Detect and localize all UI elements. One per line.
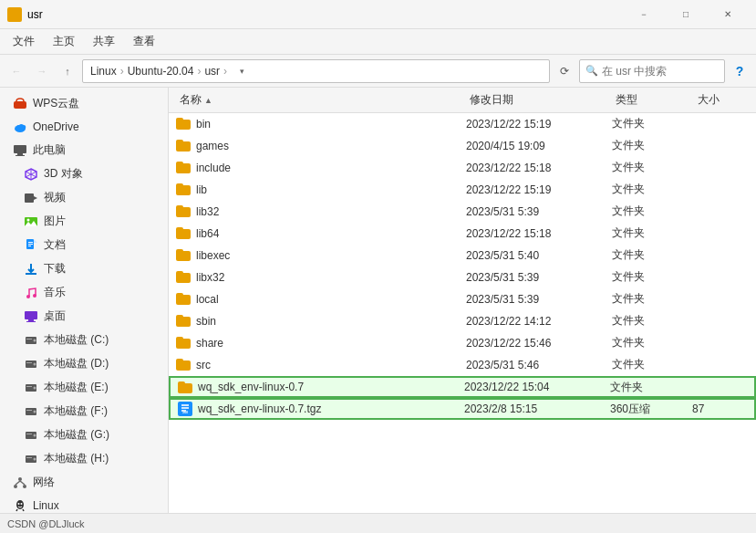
file-date: 2023/2/8 15:15 <box>464 402 610 415</box>
breadcrumb-linux[interactable]: Linux <box>90 65 117 78</box>
title-bar-left: usr <box>7 7 43 22</box>
sidebar-label-video: 视频 <box>44 190 66 205</box>
docs-icon <box>24 238 38 253</box>
file-name: sbin <box>176 315 466 328</box>
svg-rect-17 <box>28 244 33 245</box>
sidebar-item-video[interactable]: 视频 <box>2 186 166 209</box>
sidebar-item-pc[interactable]: 此电脑 <box>2 139 166 162</box>
svg-text:360: 360 <box>182 410 189 414</box>
file-date: 2023/12/22 14:12 <box>466 315 612 328</box>
svg-rect-36 <box>26 410 32 411</box>
sidebar-label-network: 网络 <box>33 475 55 490</box>
sidebar-item-disk-h[interactable]: 本地磁盘 (H:) <box>2 447 166 470</box>
sidebar-item-onedrive[interactable]: OneDrive <box>2 116 166 138</box>
folder-icon <box>176 205 191 217</box>
svg-rect-39 <box>26 434 32 434</box>
onedrive-icon <box>13 120 27 134</box>
file-row[interactable]: bin 2023/12/22 15:19 文件夹 <box>169 113 756 135</box>
sidebar-item-docs[interactable]: 文档 <box>2 234 166 256</box>
file-date: 2023/5/31 5:39 <box>466 205 612 218</box>
breadcrumb-ubuntu[interactable]: Ubuntu-20.04 <box>128 65 194 78</box>
folder-icon <box>176 183 191 195</box>
col-header-modified[interactable]: 修改日期 <box>466 90 612 110</box>
sidebar-item-network[interactable]: 网络 <box>2 471 166 494</box>
col-header-type[interactable]: 类型 <box>612 90 694 110</box>
search-icon: 🔍 <box>585 65 598 77</box>
folder-icon <box>176 315 191 327</box>
file-name: lib64 <box>176 227 466 240</box>
col-header-size[interactable]: 大小 <box>694 90 749 110</box>
file-row[interactable]: lib 2023/12/22 15:19 文件夹 <box>169 179 756 201</box>
svg-rect-16 <box>28 242 33 243</box>
svg-rect-4 <box>16 155 25 156</box>
sidebar-item-disk-c[interactable]: 本地磁盘 (C:) <box>2 329 166 351</box>
forward-button[interactable]: → <box>31 60 53 82</box>
sidebar-item-3d[interactable]: 3D 对象 <box>2 162 166 185</box>
file-row[interactable]: games 2020/4/15 19:09 文件夹 <box>169 135 756 157</box>
sidebar-item-downloads[interactable]: 下载 <box>2 257 166 280</box>
sidebar-label-desktop: 桌面 <box>44 308 66 324</box>
svg-rect-30 <box>26 362 32 363</box>
file-row[interactable]: src 2023/5/31 5:46 文件夹 <box>169 354 756 376</box>
file-row[interactable]: 360 wq_sdk_env-linux-0.7.tgz 2023/2/8 15… <box>169 398 756 420</box>
refresh-button[interactable]: ⟳ <box>554 60 575 82</box>
search-box[interactable]: 🔍 <box>579 59 725 83</box>
file-name: src <box>176 359 466 371</box>
search-input[interactable] <box>602 65 719 78</box>
toolbar: ← → ↑ Linux › Ubuntu-20.04 › usr › ▾ ⟳ 🔍… <box>0 55 756 88</box>
file-date: 2023/12/22 15:46 <box>466 337 612 350</box>
sidebar-item-wps-cloud[interactable]: WPS云盘 <box>2 92 166 115</box>
address-bar[interactable]: Linux › Ubuntu-20.04 › usr › ▾ <box>82 59 550 83</box>
file-row[interactable]: include 2023/12/22 15:18 文件夹 <box>169 157 756 179</box>
file-row[interactable]: libx32 2023/5/31 5:39 文件夹 <box>169 266 756 288</box>
folder-icon <box>176 359 191 371</box>
window-icon <box>7 7 22 22</box>
file-row[interactable]: libexec 2023/5/31 5:40 文件夹 <box>169 245 756 266</box>
help-button[interactable]: ? <box>729 60 751 82</box>
folder-icon <box>176 140 191 152</box>
sidebar-item-desktop[interactable]: 桌面 <box>2 305 166 328</box>
svg-line-47 <box>20 481 25 485</box>
address-dropdown-button[interactable]: ▾ <box>231 60 253 82</box>
file-row[interactable]: wq_sdk_env-linux-0.7 2023/12/22 15:04 文件… <box>169 376 756 398</box>
file-row[interactable]: share 2023/12/22 15:46 文件夹 <box>169 332 756 354</box>
file-name: bin <box>176 118 466 131</box>
svg-marker-10 <box>34 196 37 200</box>
file-row[interactable]: local 2023/5/31 5:39 文件夹 <box>169 288 756 310</box>
menu-home[interactable]: 主页 <box>44 30 84 53</box>
file-row[interactable]: lib32 2023/5/31 5:39 文件夹 <box>169 201 756 223</box>
file-row[interactable]: sbin 2023/12/22 14:12 文件夹 <box>169 310 756 332</box>
svg-point-20 <box>26 295 30 298</box>
pictures-icon <box>24 214 38 229</box>
sidebar-item-disk-e[interactable]: 本地磁盘 (E:) <box>2 376 166 399</box>
maximize-button[interactable]: □ <box>665 0 707 29</box>
svg-rect-2 <box>14 145 26 153</box>
file-date: 2023/12/22 15:18 <box>466 227 612 240</box>
minimize-button[interactable]: － <box>623 0 665 29</box>
svg-rect-33 <box>26 386 32 387</box>
menu-view[interactable]: 查看 <box>124 30 164 53</box>
folder-icon <box>176 249 191 261</box>
menu-file[interactable]: 文件 <box>4 30 44 53</box>
file-date: 2023/5/31 5:40 <box>466 249 612 262</box>
up-button[interactable]: ↑ <box>57 60 78 82</box>
close-button[interactable]: ✕ <box>707 0 749 29</box>
sidebar-item-music[interactable]: 音乐 <box>2 281 166 304</box>
sidebar-label-disk-e: 本地磁盘 (E:) <box>44 380 109 395</box>
sidebar-label-disk-c: 本地磁盘 (C:) <box>44 332 109 348</box>
file-row[interactable]: lib64 2023/12/22 15:18 文件夹 <box>169 223 756 245</box>
breadcrumb-usr[interactable]: usr <box>204 65 220 78</box>
file-name: lib32 <box>176 205 466 218</box>
sidebar-item-disk-g[interactable]: 本地磁盘 (G:) <box>2 423 166 446</box>
menu-bar: 文件 主页 共享 查看 <box>0 29 756 55</box>
sidebar-item-pictures[interactable]: 图片 <box>2 210 166 233</box>
column-headers: 名称 ▲ 修改日期 类型 大小 <box>169 88 756 113</box>
col-header-name[interactable]: 名称 ▲ <box>176 90 466 110</box>
back-button[interactable]: ← <box>5 60 27 82</box>
disk-c-icon <box>24 333 38 348</box>
svg-point-32 <box>34 386 36 389</box>
sidebar-item-disk-f[interactable]: 本地磁盘 (F:) <box>2 400 166 423</box>
menu-share[interactable]: 共享 <box>84 30 124 53</box>
sidebar-item-disk-d[interactable]: 本地磁盘 (D:) <box>2 352 166 375</box>
sidebar-item-linux[interactable]: Linux <box>2 495 166 513</box>
